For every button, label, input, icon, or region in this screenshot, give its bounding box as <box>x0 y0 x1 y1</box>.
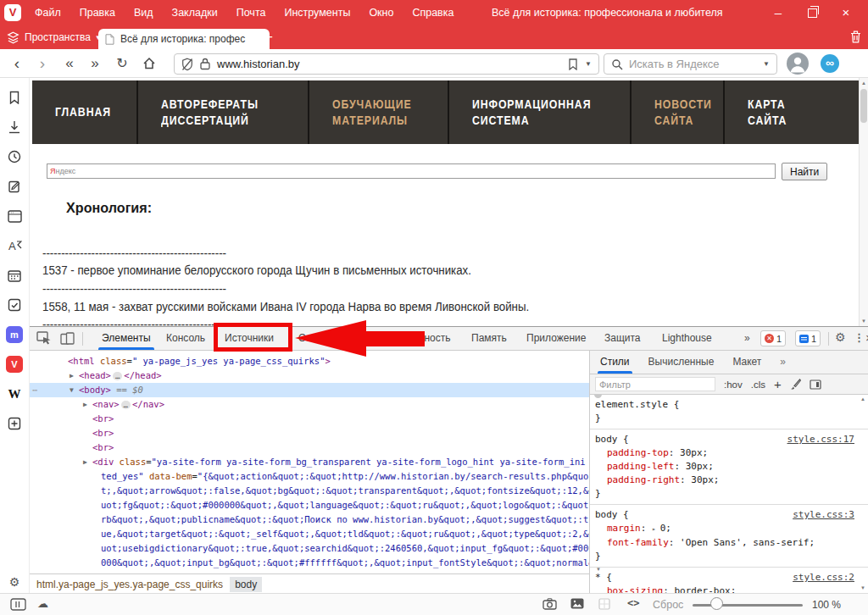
devtools-tree-line[interactable]: ▶<div class="ya-site-form ya-site-form_b… <box>30 455 589 469</box>
zoom-reset-button[interactable]: Сброс <box>653 599 683 611</box>
fast-forward-button[interactable]: » <box>85 49 105 77</box>
panel-toggle-icon[interactable] <box>10 598 26 611</box>
devtools-tree-line[interactable]: <br> <box>30 412 589 426</box>
devtools-tree-line[interactable]: 000&quot;,&quot;input_bg&quot;:&quot;#ff… <box>30 556 589 570</box>
more-tabs-button[interactable]: » <box>744 327 750 350</box>
vivaldi-panel-icon[interactable]: V <box>0 353 29 375</box>
more-styles-tabs-button[interactable]: » <box>780 351 786 374</box>
pseudo-state-toggle[interactable]: :hov <box>724 380 743 390</box>
devtools-tree-line[interactable]: rb&quot;,&quot;publicname&quot;:&quot;По… <box>30 512 589 527</box>
styles-filter-input[interactable]: Фильтр <box>595 377 715 391</box>
rewind-button[interactable]: « <box>59 49 80 77</box>
site-nav-item[interactable]: АВТОРЕФЕРАТЫДИССЕРТАЦИЙ <box>138 80 309 144</box>
message-badge[interactable]: 1 <box>795 330 821 346</box>
toggle-images-icon[interactable] <box>570 598 584 609</box>
breadcrumb-html[interactable]: html.ya-page_js_yes.ya-page_css_quirks <box>31 577 228 592</box>
css-selector[interactable]: body <box>595 434 618 445</box>
capture-page-icon[interactable] <box>542 598 557 610</box>
sync-account-icon[interactable]: ∞ <box>821 54 839 73</box>
search-placeholder[interactable]: Искать в Яндексе <box>629 58 756 70</box>
minimize-button[interactable]: – <box>761 0 795 25</box>
page-scrollbar[interactable]: ▲ ▼ <box>859 78 868 326</box>
devtools-tree-line[interactable]: ted_yes" data-bem="{&quot;action&quot;:&… <box>30 469 589 484</box>
history-panel-icon[interactable] <box>0 146 29 168</box>
devtools-tree-line[interactable]: <br> <box>30 440 589 455</box>
node-menu-dots[interactable]: ⋯ <box>32 383 37 397</box>
devtools-tree-line[interactable]: ▶<nav>…</nav> <box>30 397 589 412</box>
page-tiling-icon[interactable] <box>598 598 610 610</box>
layout-panel-icon[interactable] <box>810 380 821 390</box>
devtools-tab[interactable]: Сеть <box>298 327 321 350</box>
scrollbar-thumb[interactable] <box>860 89 867 123</box>
mastodon-panel-icon[interactable]: m <box>0 324 29 346</box>
menu-item[interactable]: Почта <box>227 0 275 25</box>
devtools-tab[interactable]: Производительность <box>352 327 450 350</box>
scroll-up-icon[interactable]: ▲ <box>859 396 867 402</box>
site-nav-item[interactable]: ИНФОРМАЦИОННАЯСИСТЕМА <box>449 80 632 144</box>
new-tab-button[interactable]: + <box>264 25 273 49</box>
css-selector[interactable]: * <box>595 572 601 583</box>
wikipedia-panel-icon[interactable]: W <box>0 383 29 405</box>
site-search-button[interactable]: Найти <box>782 163 827 180</box>
devtools-tree-line[interactable]: ▶<head>…</head> <box>30 368 589 383</box>
stylesheet-link[interactable]: style.css:17 <box>787 433 854 446</box>
avatar[interactable] <box>787 53 809 75</box>
content-blocker-icon[interactable] <box>181 58 193 71</box>
css-selector[interactable]: body <box>595 509 618 520</box>
stylesheet-link[interactable]: style.css:2 <box>793 571 854 585</box>
address-bar[interactable]: www.historian.by ▼ <box>174 53 599 75</box>
devtools-tab[interactable]: Приложение <box>526 327 586 350</box>
expand-arrow-icon[interactable]: ▶ <box>70 368 74 383</box>
inspect-element-icon[interactable] <box>36 331 52 346</box>
devtools-tree-line[interactable]: ue,&quot;target&quot;:&quot;_self&quot;,… <box>30 527 589 541</box>
trash-icon[interactable] <box>850 30 861 43</box>
menu-item[interactable]: Вид <box>125 0 163 25</box>
bookmarks-panel-icon[interactable] <box>0 86 29 108</box>
devtools-tab[interactable]: Консоль <box>166 327 205 350</box>
tasks-panel-icon[interactable] <box>0 294 29 316</box>
translate-panel-icon[interactable]: A <box>0 235 29 257</box>
zoom-slider-track[interactable] <box>693 604 803 607</box>
menu-item[interactable]: Правка <box>70 0 125 25</box>
scroll-up-icon[interactable]: ▲ <box>860 80 868 86</box>
bookmark-icon[interactable] <box>568 58 578 70</box>
tab-computed[interactable]: Вычисленные <box>648 351 715 374</box>
menu-item[interactable]: Инструменты <box>275 0 359 25</box>
devtools-tree-line[interactable]: uot;usebigdictionary&quot;:true,&quot;se… <box>30 541 589 556</box>
workspaces-button[interactable]: Пространства ▼ <box>7 25 102 49</box>
site-nav-item[interactable]: ОБУЧАЮЩИЕМАТЕРИАЛЫ <box>309 80 449 144</box>
vivaldi-menu-icon[interactable]: V <box>4 4 21 21</box>
break-mode-cloud-icon[interactable]: ☁ <box>37 597 48 610</box>
search-field[interactable]: Искать в Яндексе ▼ <box>604 53 777 75</box>
devtools-tab[interactable]: Защита <box>604 327 641 350</box>
url-text[interactable]: www.historian.by <box>217 58 561 70</box>
site-nav-item[interactable]: НОВОСТИСАЙТА <box>632 80 725 144</box>
menu-item[interactable]: Справка <box>403 0 463 25</box>
devtools-tab[interactable]: Элементы <box>102 327 151 350</box>
notes-panel-icon[interactable] <box>0 175 29 197</box>
tab-styles[interactable]: Стили <box>600 351 630 374</box>
browser-tab[interactable]: Всё для историка: профес <box>98 29 270 49</box>
lock-icon[interactable] <box>200 58 210 70</box>
class-toggle[interactable]: .cls <box>751 380 765 390</box>
site-nav-item[interactable]: КАРТАСАЙТА <box>725 80 859 144</box>
site-nav-item[interactable]: ГЛАВНАЯ <box>32 80 138 144</box>
home-button[interactable] <box>139 49 159 77</box>
device-toolbar-icon[interactable] <box>60 332 75 345</box>
back-button[interactable]: ‹ <box>7 49 27 77</box>
devtools-tree-line[interactable]: <html class=" ya-page_js_yes ya-page_css… <box>30 354 589 368</box>
css-selector[interactable]: element.style <box>595 399 668 410</box>
zoom-slider-knob[interactable] <box>710 597 723 610</box>
reload-button[interactable]: ↻ <box>112 49 132 77</box>
devtools-tree-line[interactable]: uot;fg&quot;:&quot;#000000&quot;,&quot;l… <box>30 498 589 512</box>
expand-arrow-icon[interactable]: ▶ <box>83 397 87 412</box>
expand-arrow-icon[interactable]: ▶ <box>83 455 87 469</box>
stylesheet-link[interactable]: style.css:3 <box>793 508 854 522</box>
expand-arrow-icon[interactable]: ▼ <box>70 383 74 397</box>
menu-item[interactable]: Файл <box>25 0 70 25</box>
close-button[interactable]: × <box>829 0 863 25</box>
styles-scrollbar[interactable]: ▲ ▼ <box>857 395 868 594</box>
menu-item[interactable]: Окно <box>359 0 403 25</box>
css-property[interactable]: padding-top: 30px; <box>595 446 863 460</box>
panel-settings-gear-icon[interactable]: ⚙ <box>0 571 29 593</box>
